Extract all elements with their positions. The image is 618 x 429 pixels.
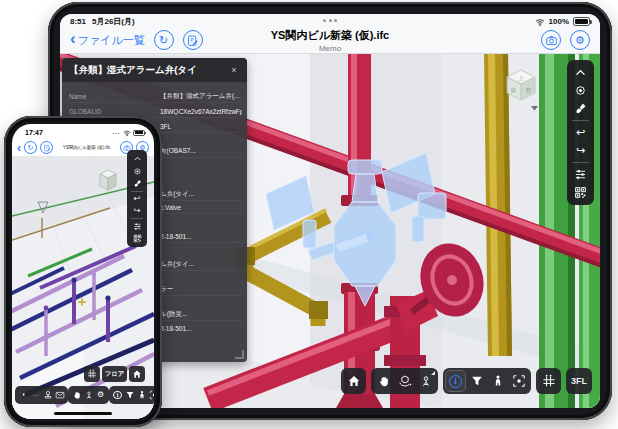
snapshot-camera-button[interactable]: [541, 30, 561, 50]
bottom-toolbar: i 3FL: [341, 368, 592, 394]
collapse-toolbar-button[interactable]: [571, 65, 590, 80]
pan-hand-button[interactable]: [373, 370, 394, 392]
measure-button[interactable]: [415, 370, 436, 392]
phone-home-indicator[interactable]: [54, 412, 112, 416]
phone-file-title: YS関内ビル新築 (仮).ifc: [56, 145, 117, 150]
ipad-nav-bar: ‹ ファイル一覧 ↻ YS関内ビル新築 (仮).ifc Memo ⚙: [60, 27, 600, 53]
phone-view-cube[interactable]: [100, 170, 116, 190]
toolbar-group-home: [341, 368, 366, 394]
toolbar-group-tools: i: [443, 368, 531, 394]
phone-toolbar-group-tools: i: [109, 386, 154, 404]
phone-target-select-button[interactable]: [130, 166, 144, 177]
phone-status-bar: 17:47 ···: [25, 127, 145, 138]
ipad-clock: 8:51: [70, 17, 86, 26]
redo-icon: ↪: [576, 145, 585, 156]
target-select-button[interactable]: [571, 83, 590, 98]
phone-more-button[interactable]: ···: [30, 388, 41, 403]
toolbar-divider: [572, 120, 589, 121]
phone-display-settings-button[interactable]: [130, 221, 144, 232]
info-icon: i: [449, 375, 462, 388]
stage: 上 前 右 ↩ ↪: [0, 0, 618, 429]
walkthrough-button[interactable]: [487, 370, 508, 392]
phone-undo-button[interactable]: ↩: [130, 193, 144, 204]
phone-floor-selector-button[interactable]: フロア: [102, 366, 127, 382]
toolbar-divider: [131, 218, 143, 219]
phone-floor-row: フロア: [84, 366, 145, 382]
phone-qr-code-button[interactable]: [130, 233, 144, 244]
view-cube-face-left: 前: [511, 87, 517, 93]
phone-info-button[interactable]: i: [112, 388, 123, 403]
reload-button[interactable]: ↻: [154, 30, 174, 50]
phone-right-toolbar: ↩ ↪: [127, 150, 147, 247]
title-box: YS関内ビル新築 (仮).ifc Memo: [255, 28, 405, 53]
focus-selection-button[interactable]: [508, 370, 529, 392]
phone-pan-hand-button[interactable]: [71, 388, 82, 403]
battery-percent: 100%: [549, 17, 569, 26]
info-button[interactable]: i: [445, 370, 466, 392]
orbit-button[interactable]: [394, 370, 415, 392]
phone-paint-brush-button[interactable]: [130, 178, 144, 189]
undo-icon: ↩: [576, 127, 585, 138]
view-cube-face-right: 右: [526, 87, 532, 93]
phone-walkthrough-button[interactable]: [136, 388, 147, 403]
file-title: YS関内ビル新築 (仮).ifc: [255, 28, 405, 43]
memo-subtitle: Memo: [255, 44, 405, 53]
memo-clipboard-button[interactable]: [183, 30, 203, 50]
toolbar-divider: [572, 162, 589, 163]
back-to-file-list-button[interactable]: ‹ ファイル一覧: [70, 33, 145, 48]
property-panel-title: 【弁類】湿式アラーム弁(タイ: [69, 64, 228, 77]
multitask-dots-icon: [323, 19, 337, 22]
ipad-top-bar: 8:51 5月26日(月) 100% ‹ ファイル一覧: [60, 14, 600, 54]
property-panel-header[interactable]: 【弁類】湿式アラーム弁(タイ ×: [62, 58, 247, 82]
phone-section-grid-button[interactable]: [84, 366, 100, 382]
phone-settings-button[interactable]: ⚙: [95, 388, 106, 403]
paint-brush-button[interactable]: [571, 101, 590, 116]
phone-screen: 17:47 ··· ‹ ↻ YS関内ビル新築 (仮).ifc ⚙: [12, 124, 154, 419]
filter-button[interactable]: [466, 370, 487, 392]
view-cube-face-top: 上: [518, 75, 524, 81]
phone-focus-selection-button[interactable]: [148, 388, 154, 403]
right-toolbar: ↩ ↪: [567, 60, 594, 205]
battery-icon: [573, 17, 590, 26]
phone-memo-clipboard-button[interactable]: [40, 141, 53, 154]
section-grid-button[interactable]: [538, 370, 559, 392]
back-chevron-icon: ‹: [70, 32, 76, 46]
display-settings-button[interactable]: [571, 167, 590, 182]
wifi-icon: [535, 17, 545, 27]
phone-bottom-toolbar: ‹ ··· ⚙ i: [15, 386, 147, 404]
measure-submenu-badge: [431, 371, 435, 375]
property-row: Name【弁類】湿式アラーム弁(...: [69, 90, 242, 103]
undo-button[interactable]: ↩: [571, 125, 590, 140]
gear-icon: ⚙: [575, 35, 585, 46]
phone-toolbar-group-annotate: ‹ ···: [15, 386, 68, 404]
phone-reload-button[interactable]: ↻: [24, 141, 37, 154]
phone-toolbar-group-navigation: ⚙: [68, 386, 109, 404]
phone-device: 17:47 ··· ‹ ↻ YS関内ビル新築 (仮).ifc ⚙: [4, 116, 162, 427]
toolbar-group-section: [536, 368, 561, 394]
view-cube-dropdown-caret[interactable]: [531, 106, 538, 111]
home-view-button[interactable]: [343, 370, 364, 392]
ipad-date: 5月26日(月): [92, 16, 135, 27]
floor-selector-button[interactable]: 3FL: [568, 370, 590, 392]
phone-collapse-toolbar-button[interactable]: [130, 153, 144, 164]
settings-gear-button[interactable]: ⚙: [570, 30, 590, 50]
phone-redo-button[interactable]: ↪: [130, 206, 144, 217]
phone-home-view-button[interactable]: [129, 366, 145, 382]
panel-resize-handle[interactable]: [235, 350, 244, 359]
phone-mail-button[interactable]: [54, 388, 65, 403]
back-label: ファイル一覧: [78, 33, 145, 48]
phone-battery-icon: [133, 130, 145, 136]
toolbar-group-navigation: [371, 368, 438, 394]
phone-stamp-button[interactable]: [42, 388, 53, 403]
phone-filter-button[interactable]: [124, 388, 135, 403]
reload-icon: ↻: [159, 35, 168, 46]
toolbar-group-floor: 3FL: [566, 368, 592, 394]
panel-close-button[interactable]: ×: [228, 65, 240, 75]
phone-clock: 17:47: [25, 129, 43, 136]
view-cube[interactable]: 上 前 右: [501, 66, 541, 112]
phone-back-button[interactable]: ‹: [17, 142, 21, 154]
phone-measure-button[interactable]: [83, 388, 94, 403]
redo-button[interactable]: ↪: [571, 143, 590, 158]
qr-code-button[interactable]: [571, 185, 590, 200]
phone-collapse-button[interactable]: ‹: [18, 388, 29, 403]
